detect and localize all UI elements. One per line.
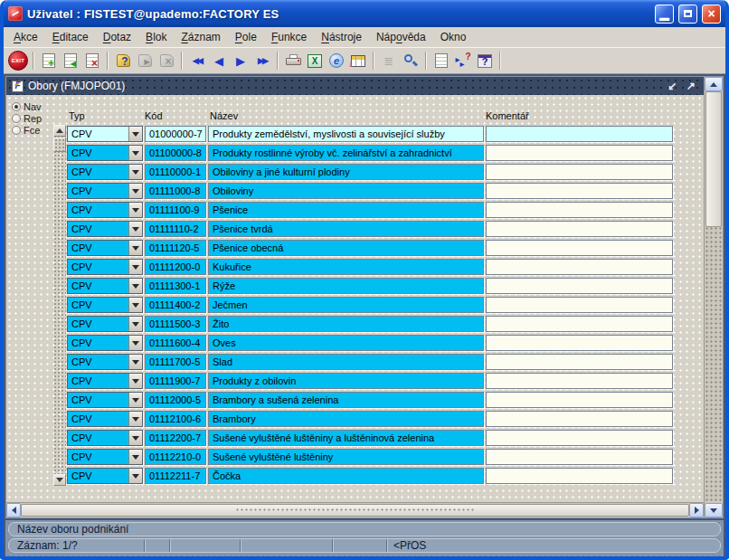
scroll-down-button[interactable] [53,474,66,486]
nazev-field[interactable]: Ječmen [208,297,484,313]
vertical-scroll-thumb[interactable] [705,91,722,227]
typ-combo[interactable]: CPV [67,297,143,313]
chevron-down-icon[interactable] [128,260,142,274]
typ-combo[interactable]: CPV [67,354,143,370]
typ-combo[interactable]: CPV [67,221,143,237]
radio-fce[interactable]: Fce [12,124,42,136]
menu-okno[interactable]: Okno [433,28,474,46]
typ-combo[interactable]: CPV [67,411,143,427]
menu-zaznam[interactable]: Záznam [174,28,227,46]
nazev-field[interactable]: Produkty rostlinné výroby vč. zelinářstv… [208,145,484,161]
nazev-field[interactable]: Sušené vyluštěné luštěniny a luštěninová… [208,430,484,446]
typ-combo[interactable]: CPV [67,202,143,218]
nazev-field[interactable]: Pšenice obecná [208,240,484,256]
print-button[interactable] [282,50,304,71]
chevron-down-icon[interactable] [128,222,142,236]
chevron-down-icon[interactable] [128,165,142,179]
typ-combo[interactable]: CPV [67,430,143,446]
record-scrollbar[interactable] [53,125,66,486]
scroll-track[interactable] [705,227,723,503]
chevron-down-icon[interactable] [128,317,142,331]
chevron-down-icon[interactable] [128,355,142,369]
first-record-button[interactable]: ◀◀ [186,50,208,71]
typ-combo[interactable]: CPV [67,392,143,408]
kod-field[interactable]: 01111500-3 [145,316,206,332]
scroll-up-button[interactable] [53,125,66,137]
insert-record-button[interactable]: + [38,50,60,71]
maximize-icon[interactable]: ↗ [684,80,698,92]
kod-field[interactable]: 01112211-7 [145,468,206,484]
komentar-field[interactable] [486,240,673,256]
vertical-scrollbar[interactable] [704,77,723,517]
scroll-up-button[interactable] [705,77,723,91]
radio-rep[interactable]: Rep [12,112,42,124]
chevron-down-icon[interactable] [128,298,142,312]
typ-combo[interactable]: CPV [67,449,143,465]
komentar-field[interactable] [486,164,673,180]
kod-field[interactable]: 01112200-7 [145,430,206,446]
kod-field[interactable]: 01111110-2 [145,221,206,237]
last-record-button[interactable]: ▶▶ [251,50,273,71]
help-button[interactable]: ? [474,50,496,71]
typ-combo[interactable]: CPV [67,335,143,351]
chevron-down-icon[interactable] [128,412,142,426]
scroll-down-button[interactable] [705,503,723,517]
minimize-button[interactable]: ▬ [655,5,674,24]
kod-field[interactable]: 01100000-8 [145,145,206,161]
web-browser-button[interactable]: e [326,50,347,71]
enter-query-button[interactable]: ? [112,50,134,71]
chevron-down-icon[interactable] [128,393,142,407]
maximize-button[interactable] [678,5,697,24]
kod-field[interactable]: 01112000-5 [145,392,206,408]
kod-field[interactable]: 01000000-7 [145,126,206,142]
typ-combo[interactable]: CPV [67,278,143,294]
nazev-field[interactable]: Produkty z obilovin [208,373,484,389]
kod-field[interactable]: 01111120-5 [145,240,206,256]
kod-field[interactable]: 01111600-4 [145,335,206,351]
restore-icon[interactable]: ↙ [665,80,679,92]
komentar-field[interactable] [486,259,673,275]
chevron-down-icon[interactable] [128,203,142,217]
komentar-field[interactable] [486,468,673,484]
komentar-field[interactable] [486,430,673,446]
menu-blok[interactable]: Blok [138,28,174,46]
nazev-field[interactable]: Brambory [208,411,484,427]
komentar-field[interactable] [486,373,673,389]
typ-combo[interactable]: CPV [67,373,143,389]
komentar-field[interactable] [486,278,673,294]
nazev-field[interactable]: Oves [208,335,484,351]
typ-combo[interactable]: CPV [67,126,143,142]
typ-combo[interactable]: CPV [67,164,143,180]
kod-field[interactable]: 01110000-1 [145,164,206,180]
komentar-field[interactable] [486,126,673,142]
help-cursor-button[interactable]: ▸▸? [452,50,474,71]
nazev-field[interactable]: Kukuřice [208,259,484,275]
scroll-track[interactable] [53,152,66,474]
nazev-field[interactable]: Rýže [208,278,484,294]
zoom-button[interactable] [400,50,421,71]
typ-combo[interactable]: CPV [67,145,143,161]
chevron-down-icon[interactable] [128,374,142,388]
horizontal-scrollbar[interactable] [6,502,704,517]
komentar-field[interactable] [486,335,673,351]
kod-field[interactable]: 01111400-2 [145,297,206,313]
kod-field[interactable]: 01112100-6 [145,411,206,427]
typ-combo[interactable]: CPV [67,183,143,199]
komentar-field[interactable] [486,316,673,332]
close-button[interactable]: × [702,5,721,24]
menu-napoveda[interactable]: Nápověda [369,28,433,46]
kod-field[interactable]: 01111100-9 [145,202,206,218]
nazev-field[interactable]: Slad [208,354,484,370]
komentar-field[interactable] [486,183,673,199]
copy-record-button[interactable]: ◂ [60,50,81,71]
nazev-field[interactable]: Produkty zemědělství, myslivosti a souvi… [208,126,484,142]
kod-field[interactable]: 01111700-5 [145,354,206,370]
scroll-right-button[interactable] [689,503,704,517]
menu-nastroje[interactable]: Nástroje [314,28,369,46]
nazev-field[interactable]: Sušené vyluštěné luštěniny [208,449,484,465]
komentar-field[interactable] [486,145,673,161]
typ-combo[interactable]: CPV [67,468,143,484]
horizontal-scroll-thumb[interactable] [21,504,689,517]
memo-button[interactable] [431,50,452,71]
kod-field[interactable]: 01111000-8 [145,183,206,199]
